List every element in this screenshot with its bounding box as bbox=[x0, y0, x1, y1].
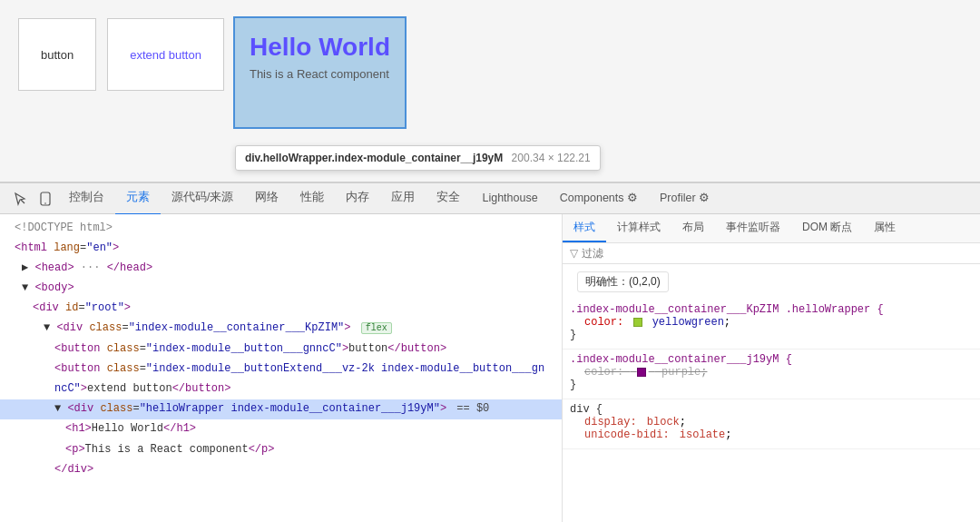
css-rule-1: .index-module__container___KpZIM .helloW… bbox=[563, 300, 980, 350]
svg-line-0 bbox=[21, 200, 24, 203]
dom-line-div-close[interactable]: </div> bbox=[0, 459, 562, 479]
css-brace-1: } bbox=[570, 329, 973, 341]
tooltip-size: 200.34 × 122.21 bbox=[512, 152, 591, 164]
filter-input[interactable] bbox=[582, 247, 973, 260]
filter-icon: ▽ bbox=[570, 247, 578, 260]
color-swatch-purple bbox=[637, 368, 646, 377]
tab-elements[interactable]: 元素 bbox=[115, 182, 161, 215]
dom-line-html[interactable]: <html lang="en"> bbox=[0, 238, 562, 258]
specificity-section: 明确性：(0,2,0) bbox=[563, 264, 980, 300]
svg-point-2 bbox=[44, 202, 46, 204]
css-prop-2-color[interactable]: color: purple; bbox=[570, 366, 973, 379]
hello-title: Hello World bbox=[250, 33, 390, 62]
css-rule-2: .index-module__container___j19yM { color… bbox=[563, 350, 980, 399]
tab-lighthouse[interactable]: Lighthouse bbox=[471, 182, 548, 215]
tab-computed[interactable]: 计算样式 bbox=[606, 214, 671, 242]
css-brace-2: } bbox=[570, 379, 973, 391]
tab-security[interactable]: 安全 bbox=[426, 182, 471, 215]
tab-properties[interactable]: 属性 bbox=[863, 214, 906, 242]
styles-tabs: 样式 计算样式 布局 事件监听器 DOM 断点 属性 bbox=[563, 214, 980, 243]
tab-dom-breakpoints[interactable]: DOM 断点 bbox=[791, 214, 863, 242]
element-tooltip: div.helloWrapper.index-module_container_… bbox=[235, 145, 601, 171]
styles-panel: 样式 计算样式 布局 事件监听器 DOM 断点 属性 ▽ 明确性：(0,2,0)… bbox=[563, 214, 980, 522]
css-rule-3: div { display: block; unicode-bidi: isol… bbox=[563, 399, 980, 449]
tab-sources[interactable]: 源代码/来源 bbox=[161, 182, 244, 215]
tab-memory[interactable]: 内存 bbox=[335, 182, 380, 215]
devtools-toolbar: 控制台 元素 源代码/来源 网络 性能 内存 应用 安全 Lighthouse … bbox=[0, 182, 980, 214]
tab-components[interactable]: Components ⚙ bbox=[549, 182, 649, 215]
dom-line-hellowrapper[interactable]: ▼ <div class="helloWrapper index-module_… bbox=[0, 399, 562, 419]
dom-line-body[interactable]: ▼ <body> bbox=[0, 279, 562, 299]
tab-network[interactable]: 网络 bbox=[244, 182, 289, 215]
dom-line-head[interactable]: ▶ <head> ··· </head> bbox=[0, 258, 562, 278]
cursor-tool-icon[interactable] bbox=[7, 186, 33, 212]
dom-line-container-div[interactable]: ▼ <div class="index-module__container___… bbox=[0, 319, 562, 339]
filter-bar: ▽ bbox=[563, 243, 980, 264]
dom-line-h1[interactable]: <h1>Hello World</h1> bbox=[0, 419, 562, 439]
css-selector-2: .index-module__container___j19yM { bbox=[570, 353, 973, 366]
tab-console[interactable]: 控制台 bbox=[58, 182, 115, 215]
tab-profiler[interactable]: Profiler ⚙ bbox=[649, 182, 720, 215]
hello-subtitle: This is a React component bbox=[250, 67, 390, 81]
tab-event-listeners[interactable]: 事件监听器 bbox=[715, 214, 791, 242]
css-selector-3: div { bbox=[570, 403, 973, 416]
dom-line-button2[interactable]: <button class="index-module__buttonExten… bbox=[0, 359, 562, 379]
dom-line-doctype[interactable]: <!DOCTYPE html> bbox=[0, 218, 562, 238]
dom-line-button1[interactable]: <button class="index-module__button___gn… bbox=[0, 339, 562, 359]
tab-performance[interactable]: 性能 bbox=[289, 182, 335, 215]
dom-line-button2-cont[interactable]: ncC">extend button</button> bbox=[0, 379, 562, 399]
dom-panel: <!DOCTYPE html> <html lang="en"> ▶ <head… bbox=[0, 214, 563, 522]
css-selector-1: .index-module__container___KpZIM .helloW… bbox=[570, 303, 973, 316]
dom-line-root-div[interactable]: <div id="root"> bbox=[0, 299, 562, 319]
devtools-body: <!DOCTYPE html> <html lang="en"> ▶ <head… bbox=[0, 214, 980, 522]
tooltip-selector: div.helloWrapper.index-module_container_… bbox=[245, 152, 503, 164]
specificity-badge: 明确性：(0,2,0) bbox=[577, 271, 669, 292]
preview-area: button extend button Hello World This is… bbox=[0, 0, 980, 182]
mobile-tool-icon[interactable] bbox=[33, 186, 58, 212]
button-plain[interactable]: button bbox=[18, 18, 96, 91]
color-swatch-yellowgreen bbox=[633, 318, 642, 327]
css-prop-1-color[interactable]: color: yellowgreen; bbox=[570, 316, 973, 329]
tab-layout[interactable]: 布局 bbox=[671, 214, 715, 242]
devtools-tabs: 控制台 元素 源代码/来源 网络 性能 内存 应用 安全 Lighthouse … bbox=[58, 182, 720, 215]
dom-line-p[interactable]: <p>This is a React component</p> bbox=[0, 439, 562, 459]
hello-wrapper: Hello World This is a React component bbox=[235, 18, 405, 127]
css-prop-3-unicode[interactable]: unicode-bidi: isolate; bbox=[570, 428, 973, 441]
css-prop-3-display[interactable]: display: block; bbox=[570, 416, 973, 428]
tab-application[interactable]: 应用 bbox=[380, 182, 426, 215]
tab-styles[interactable]: 样式 bbox=[563, 214, 606, 242]
button-extend[interactable]: extend button bbox=[107, 18, 224, 91]
